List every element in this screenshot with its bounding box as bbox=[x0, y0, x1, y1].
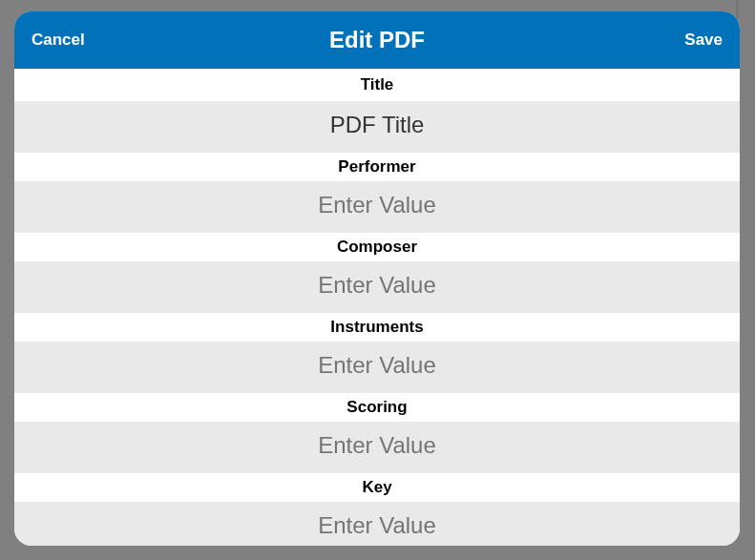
key-input[interactable] bbox=[14, 503, 740, 546]
composer-input[interactable] bbox=[14, 262, 740, 308]
cancel-button[interactable]: Cancel bbox=[31, 31, 85, 50]
field-label-row: Instruments bbox=[14, 309, 740, 342]
edit-pdf-modal: Cancel Edit PDF Save Title Performer Com… bbox=[14, 11, 740, 546]
field-input-row bbox=[14, 101, 740, 149]
modal-header: Cancel Edit PDF Save bbox=[14, 11, 740, 69]
instruments-input[interactable] bbox=[14, 342, 740, 388]
field-label-row: Scoring bbox=[14, 389, 740, 422]
performer-input[interactable] bbox=[14, 182, 740, 228]
modal-title: Edit PDF bbox=[329, 27, 425, 53]
save-button[interactable]: Save bbox=[684, 31, 723, 50]
title-input[interactable] bbox=[14, 102, 740, 148]
scoring-input[interactable] bbox=[14, 423, 740, 468]
field-input-row bbox=[14, 181, 740, 229]
field-input-row bbox=[14, 502, 740, 546]
field-label-composer: Composer bbox=[337, 238, 417, 257]
field-label-key: Key bbox=[362, 478, 391, 497]
field-label-title: Title bbox=[361, 75, 394, 94]
field-label-row: Composer bbox=[14, 229, 740, 261]
field-input-row bbox=[14, 422, 740, 469]
field-label-performer: Performer bbox=[338, 157, 415, 176]
modal-body[interactable]: Title Performer Composer Instruments Sco… bbox=[14, 69, 740, 546]
field-input-row bbox=[14, 261, 740, 309]
field-input-row bbox=[14, 342, 740, 389]
field-label-row: Title bbox=[14, 69, 740, 101]
field-label-instruments: Instruments bbox=[330, 318, 423, 337]
field-label-row: Performer bbox=[14, 149, 740, 181]
field-label-row: Key bbox=[14, 469, 740, 502]
field-label-scoring: Scoring bbox=[346, 398, 407, 417]
